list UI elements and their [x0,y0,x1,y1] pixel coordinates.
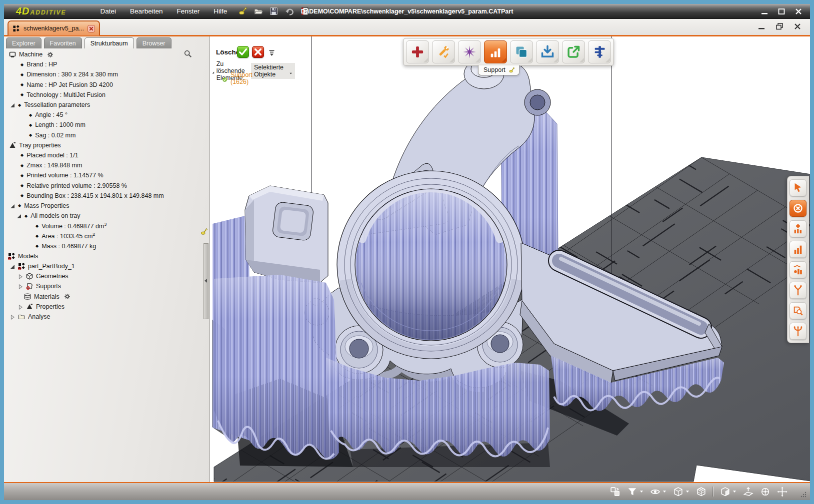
view-cube-button[interactable] [720,487,736,497]
tree-item-machine[interactable]: Machine [4,49,202,59]
tray-view-button[interactable] [743,487,754,497]
expander-open-icon[interactable] [10,264,15,269]
swap-view-button[interactable] [610,487,620,497]
tree-item-materials[interactable]: Materials [4,292,202,302]
pan-button[interactable] [777,487,788,497]
add-icon [410,45,424,59]
import-icon [540,45,554,59]
menu-hilfe[interactable]: Hilfe [208,5,233,17]
gear-icon[interactable] [64,293,70,300]
tree-item-properties[interactable]: Properties [4,302,202,312]
tree-item-placed-model[interactable]: ◆Placed model : 1/1 [4,150,202,160]
tab-close-icon[interactable] [88,25,95,32]
tree-item-angle[interactable]: ◆Angle : 45 ° [4,110,202,120]
tab-browser[interactable]: Browser [136,37,172,48]
tab-favoriten[interactable]: Favoriten [44,37,82,48]
pin-button[interactable] [238,6,248,16]
tree-item-analyse[interactable]: Analyse [4,312,202,322]
expander-open-icon[interactable] [10,102,15,107]
tab-strukturbaum[interactable]: Strukturbaum [84,37,134,48]
select-cursor-button[interactable] [790,179,806,196]
tree-item-bounding-box[interactable]: ◆Bounding Box : 238.415 x 194.801 x 149.… [4,191,202,201]
measure-button[interactable] [588,40,611,63]
filter-button[interactable] [627,487,644,497]
model-ring[interactable] [337,171,525,359]
star-burst-button[interactable] [458,40,481,63]
expander-open-icon[interactable] [16,213,22,218]
expander-closed-icon[interactable] [18,304,23,309]
support-dot-button[interactable] [790,261,806,278]
cancel-button[interactable] [252,46,264,58]
panel-pin-icon[interactable] [200,228,208,236]
tree-item-geometries[interactable]: Geometries [4,271,202,281]
tree-item-length[interactable]: ◆Length : 1000 mm [4,120,202,130]
resize-grip[interactable] [800,491,807,498]
collapse-icon[interactable] [212,68,214,73]
viewport-3d[interactable]: Löschen Zu löschende Elemente: Selektier… [210,36,810,482]
tree-support-button[interactable] [790,282,806,299]
trident-support-button[interactable] [790,323,806,340]
repair-button[interactable] [432,40,455,63]
import-button[interactable] [536,40,559,63]
filter-options-icon[interactable] [269,49,274,56]
copy-button[interactable] [510,40,533,63]
tree-item-supports[interactable]: Supports [4,281,202,291]
tab-explorer[interactable]: Explorer [6,37,42,48]
tree-item-tessellation-parameters[interactable]: ◆Tessellation parameters [4,100,202,110]
inspect-button[interactable] [790,302,806,319]
render-shaded-button[interactable] [696,487,706,497]
tree-item-name[interactable]: ◆Name : HP Jet Fusion 3D 4200 [4,80,202,90]
tree-item-technology[interactable]: ◆Technology : MultiJet Fusion [4,90,202,100]
gear-icon [64,293,70,300]
save-button[interactable] [269,6,278,16]
tree-item-brand[interactable]: ◆Brand : HP [4,59,202,69]
scene-canvas[interactable] [210,36,810,482]
tree-item-volume[interactable]: ◆Volume : 0.469877 dm3 [4,221,202,231]
expander-closed-icon[interactable] [18,284,23,289]
tree-item-label: All models on tray [30,212,80,219]
confirm-button[interactable] [237,46,249,58]
expander-open-icon[interactable] [10,203,15,208]
tree-item-printed-volume[interactable]: ◆Printed volume : 1.14577 % [4,170,202,180]
minimize-button[interactable] [760,7,769,16]
tree-item-all-models-on-tray[interactable]: ◆All models on tray [4,211,202,221]
expander-closed-icon[interactable] [18,274,23,279]
expander-closed-icon[interactable] [10,314,15,319]
doc-restore-button[interactable] [775,22,784,31]
tree-item-part-partbody-1[interactable]: part_PartBody_1 [4,261,202,271]
support-button[interactable] [484,40,507,63]
tree-item-label: Sag : 0.02 mm [35,132,76,139]
support-diamond-button[interactable] [790,220,806,237]
gear-icon[interactable] [47,51,54,58]
tree-item-relative-printed-volume[interactable]: ◆Relative printed volume : 2.90558 % [4,180,202,190]
panel-splitter[interactable] [204,243,208,319]
tree-item-area[interactable]: ◆Area : 1033.45 cm2 [4,231,202,241]
doc-minimize-button[interactable] [757,22,766,31]
orbit-button[interactable] [760,487,770,497]
menu-bearbeiten[interactable]: Bearbeiten [124,5,168,17]
tree-item-tray-properties[interactable]: Tray properties [4,140,202,150]
selection-dropdown[interactable]: Selektierte Objekte [251,63,295,79]
close-button[interactable] [794,7,803,16]
menu-fenster[interactable]: Fenster [170,5,206,17]
export-button[interactable] [562,40,585,63]
tree-item-sag[interactable]: ◆Sag : 0.02 mm [4,130,202,140]
tree-item-zmax[interactable]: ◆Zmax : 149.848 mm [4,160,202,170]
render-wireframe-button[interactable] [673,487,690,497]
tree-item-models[interactable]: Models [4,251,202,261]
visibility-button[interactable] [650,487,666,497]
add-button[interactable] [406,40,429,63]
tree-item-label: Placed model : 1/1 [26,152,78,159]
tree-item-mass-properties[interactable]: ◆Mass Properties [4,201,202,211]
undo-button[interactable] [284,6,294,16]
open-folder-button[interactable] [254,6,263,16]
selected-support-item[interactable]: Support (1626) [222,71,256,85]
tree-item-dimension[interactable]: ◆Dimension : 380 x 284 x 380 mm [4,69,202,79]
maximize-button[interactable] [777,7,786,16]
tree-item-mass[interactable]: ◆Mass : 0.469877 kg [4,241,202,251]
doc-close-button[interactable] [793,22,802,31]
support-bars-button[interactable] [790,241,806,258]
delete-support-button[interactable] [790,200,806,217]
menu-datei[interactable]: Datei [94,5,122,17]
document-tab[interactable]: schwenklagerv5_pa... [8,20,100,35]
